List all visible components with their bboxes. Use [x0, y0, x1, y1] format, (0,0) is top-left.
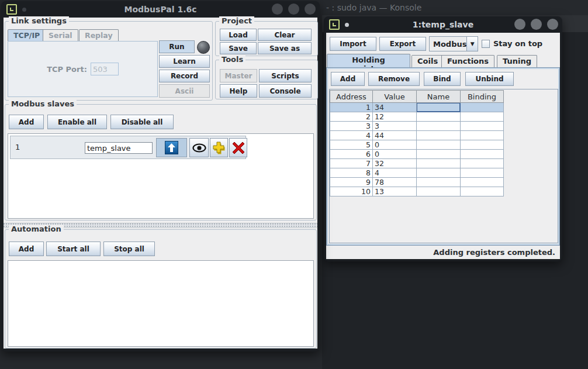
cell-name[interactable]	[417, 150, 461, 159]
cell-address[interactable]: 9	[330, 178, 373, 187]
col-header-value[interactable]: Value	[373, 91, 417, 103]
table-row[interactable]: 978	[330, 178, 504, 187]
cell-binding[interactable]	[461, 168, 504, 178]
cell-address[interactable]: 2	[330, 112, 373, 122]
tab-tcpip[interactable]: TCP/IP	[8, 29, 46, 41]
minimize-button[interactable]	[272, 4, 283, 15]
cell-address[interactable]: 7	[330, 159, 373, 168]
cell-binding[interactable]	[461, 103, 504, 112]
close-button[interactable]	[547, 19, 558, 30]
export-button[interactable]: Export	[379, 37, 426, 51]
tcp-port-field[interactable]	[91, 63, 119, 75]
maximize-button[interactable]	[288, 4, 299, 15]
slave-window-titlebar[interactable]: 1:temp_slave	[324, 16, 562, 33]
cell-binding[interactable]	[461, 112, 504, 122]
table-row[interactable]: 60	[330, 150, 504, 159]
close-button[interactable]	[305, 4, 316, 15]
cell-value[interactable]: 78	[373, 178, 417, 187]
bind-button[interactable]: Bind	[424, 72, 461, 86]
tab-functions[interactable]: Functions	[441, 55, 494, 67]
load-button[interactable]: Load	[220, 29, 257, 41]
table-row[interactable]: 1013	[330, 187, 504, 196]
table-row[interactable]: 732	[330, 159, 504, 168]
cell-value[interactable]: 3	[373, 122, 417, 131]
cell-value[interactable]: 0	[373, 140, 417, 150]
maximize-button[interactable]	[531, 19, 542, 30]
cell-value[interactable]: 4	[373, 168, 417, 178]
protocol-combobox[interactable]: Modbus ▼	[429, 36, 478, 51]
cell-binding[interactable]	[461, 150, 504, 159]
tab-serial[interactable]: Serial	[43, 29, 78, 41]
cell-binding[interactable]	[461, 187, 504, 196]
table-row[interactable]: 134	[330, 103, 504, 112]
save-as-button[interactable]: Save as	[258, 42, 312, 54]
cell-address[interactable]: 5	[330, 140, 373, 150]
cell-binding[interactable]	[461, 122, 504, 131]
main-titlebar[interactable]: ModbusPal 1.6c	[1, 1, 320, 18]
cell-binding[interactable]	[461, 140, 504, 150]
duplicate-slave-button[interactable]	[210, 138, 228, 157]
clear-button[interactable]: Clear	[258, 29, 312, 41]
cell-name[interactable]	[417, 159, 461, 168]
cell-address[interactable]: 8	[330, 168, 373, 178]
master-button[interactable]: Master	[220, 69, 257, 82]
table-row[interactable]: 444	[330, 131, 504, 140]
record-button[interactable]: Record	[159, 70, 210, 82]
help-button[interactable]: Help	[220, 84, 257, 98]
tab-coils[interactable]: Coils	[411, 55, 444, 67]
unbind-button[interactable]: Unbind	[465, 72, 514, 86]
cell-name[interactable]	[417, 168, 461, 178]
cell-value[interactable]: 44	[373, 131, 417, 140]
cell-name[interactable]	[417, 178, 461, 187]
cell-name[interactable]	[417, 140, 461, 150]
cell-value[interactable]: 32	[373, 159, 417, 168]
table-row[interactable]: 212	[330, 112, 504, 122]
tab-holding-registers[interactable]: Holding registers	[327, 54, 410, 67]
ascii-button[interactable]: Ascii	[159, 84, 210, 98]
cell-name[interactable]	[417, 122, 461, 131]
cell-value[interactable]: 13	[373, 187, 417, 196]
console-button[interactable]: Console	[259, 84, 312, 98]
cell-address[interactable]: 4	[330, 131, 373, 140]
cell-value[interactable]: 0	[373, 150, 417, 159]
save-button[interactable]: Save	[220, 42, 257, 54]
import-button[interactable]: Import	[330, 37, 376, 51]
cell-address[interactable]: 6	[330, 150, 373, 159]
cell-binding[interactable]	[461, 159, 504, 168]
show-slave-button[interactable]	[189, 138, 209, 157]
tab-replay[interactable]: Replay	[79, 29, 119, 41]
table-row[interactable]: 84	[330, 168, 504, 178]
cell-value[interactable]: 34	[373, 103, 417, 112]
run-button[interactable]: Run	[159, 40, 195, 53]
col-header-address[interactable]: Address	[330, 91, 373, 103]
cell-binding[interactable]	[461, 131, 504, 140]
remove-register-button[interactable]: Remove	[368, 72, 420, 86]
cell-name[interactable]	[417, 131, 461, 140]
learn-button[interactable]: Learn	[159, 55, 210, 68]
table-row[interactable]: 33	[330, 122, 504, 131]
add-slave-button[interactable]: Add	[9, 115, 44, 129]
delete-slave-button[interactable]	[229, 138, 247, 157]
add-register-button[interactable]: Add	[331, 72, 365, 86]
stay-on-top-checkbox[interactable]	[482, 40, 490, 48]
slave-row[interactable]: 1	[10, 136, 246, 159]
col-header-binding[interactable]: Binding	[461, 91, 504, 103]
cell-address[interactable]: 10	[330, 187, 373, 196]
start-all-button[interactable]: Start all	[46, 242, 101, 256]
cell-binding[interactable]	[461, 178, 504, 187]
cell-name[interactable]	[417, 112, 461, 122]
konsole-titlebar[interactable]: - : sudo java — Konsole	[322, 0, 588, 15]
cell-address[interactable]: 1	[330, 103, 373, 112]
col-header-name[interactable]: Name	[417, 91, 461, 103]
stop-all-button[interactable]: Stop all	[103, 242, 155, 256]
cell-name[interactable]	[417, 103, 461, 112]
enable-slave-toggle[interactable]	[156, 138, 187, 157]
register-table-scrollpane[interactable]: Address Value Name Binding 1342123344450…	[329, 89, 558, 243]
minimize-button[interactable]	[514, 19, 525, 30]
table-row[interactable]: 50	[330, 140, 504, 150]
cell-address[interactable]: 3	[330, 122, 373, 131]
cell-value[interactable]: 12	[373, 112, 417, 122]
chevron-down-icon[interactable]: ▼	[466, 37, 478, 51]
slave-name-field[interactable]	[85, 142, 153, 154]
tab-tuning[interactable]: Tuning	[497, 55, 537, 67]
